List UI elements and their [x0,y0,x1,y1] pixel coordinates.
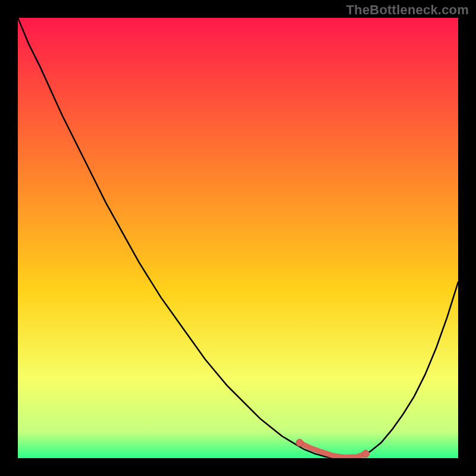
bottleneck-chart-frame: { "watermark": "TheBottleneck.com", "col… [0,0,476,476]
bottleneck-curve-chart [0,0,476,476]
optimal-marker-dot [296,439,303,446]
gradient-background [18,18,458,458]
optimal-marker-dot [362,450,369,458]
watermark-text: TheBottleneck.com [346,2,469,18]
